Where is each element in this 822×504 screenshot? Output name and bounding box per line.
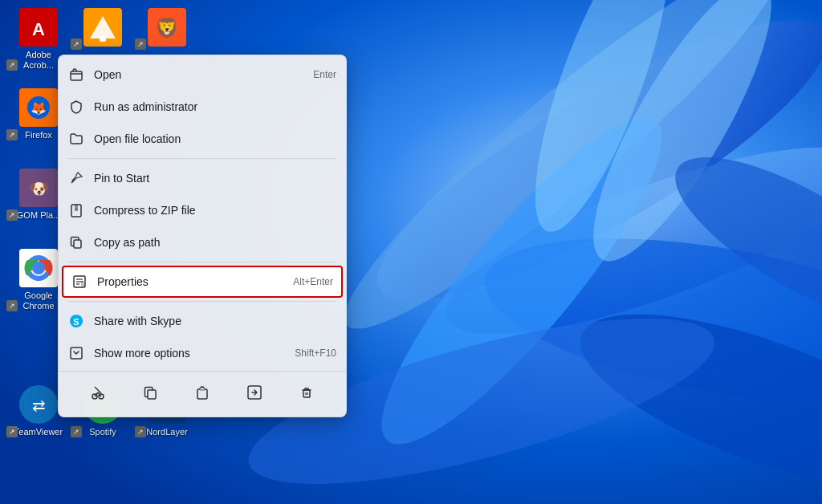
desktop-icon-brave[interactable]: 🦁 ↗ <box>135 8 199 50</box>
skype-icon: S <box>68 313 84 329</box>
vlc-icon <box>83 8 122 47</box>
zip-label: Compress to ZIP file <box>94 204 336 217</box>
run-admin-label: Run as administrator <box>94 100 336 113</box>
copy-path-label: Copy as path <box>94 236 336 249</box>
svg-rect-38 <box>75 209 78 211</box>
properties-icon <box>71 274 87 290</box>
svg-text:🦁: 🦁 <box>155 16 179 39</box>
shortcut-arrow: ↗ <box>6 59 18 71</box>
shortcut-arrow: ↗ <box>135 39 146 50</box>
adobe-icon: A <box>19 8 58 47</box>
context-menu-skype[interactable]: S Share with Skype <box>59 305 346 337</box>
properties-shortcut: Alt+Enter <box>293 276 333 287</box>
shortcut-arrow: ↗ <box>135 426 146 437</box>
shortcut-arrow: ↗ <box>6 209 18 221</box>
teamviewer-label: TeamViewer <box>14 427 63 437</box>
svg-text:A: A <box>32 19 45 39</box>
toolbar-cut-button[interactable] <box>83 378 112 407</box>
shortcut-arrow: ↗ <box>71 39 82 50</box>
context-menu-toolbar <box>59 371 346 413</box>
shield-icon <box>68 99 84 115</box>
context-menu: Open Enter Run as administrator Open fil… <box>58 55 347 417</box>
context-menu-file-location[interactable]: Open file location <box>59 123 346 155</box>
toolbar-paste-button[interactable] <box>188 378 217 407</box>
more-options-icon <box>68 345 84 361</box>
brave-icon: 🦁 <box>148 8 186 47</box>
desktop-icon-vlc[interactable]: ↗ <box>71 8 135 50</box>
context-menu-zip[interactable]: Compress to ZIP file <box>59 194 346 226</box>
chrome-icon <box>19 249 58 287</box>
file-location-label: Open file location <box>94 132 336 145</box>
firefox-icon: 🦊 <box>19 88 58 127</box>
gimp-label: GOM Pla... <box>17 210 60 221</box>
skype-label: Share with Skype <box>94 315 336 327</box>
context-menu-run-admin[interactable]: Run as administrator <box>59 91 346 123</box>
menu-divider-2 <box>68 262 336 262</box>
svg-rect-56 <box>200 388 205 390</box>
toolbar-share-button[interactable] <box>240 378 269 407</box>
open-icon <box>68 67 84 83</box>
svg-rect-55 <box>197 389 207 399</box>
shortcut-arrow: ↗ <box>6 300 18 311</box>
context-menu-copy-path[interactable]: Copy as path <box>59 226 346 258</box>
svg-text:⇄: ⇄ <box>32 396 46 414</box>
shortcut-arrow: ↗ <box>6 426 18 437</box>
shortcut-arrow: ↗ <box>6 129 18 140</box>
toolbar-copy-button[interactable] <box>136 378 165 407</box>
svg-rect-39 <box>74 240 81 248</box>
zip-icon <box>68 202 84 218</box>
chrome-label: GoogleChrome <box>22 291 54 311</box>
toolbar-delete-button[interactable] <box>292 378 321 407</box>
folder-icon <box>68 131 84 147</box>
open-shortcut: Enter <box>313 69 336 80</box>
svg-line-34 <box>71 181 74 183</box>
firefox-label: Firefox <box>25 130 52 140</box>
gimp-icon: 🐶 <box>19 169 58 207</box>
svg-text:🦊: 🦊 <box>31 100 47 116</box>
nordlayer-label: NordLayer <box>146 427 187 437</box>
adobe-label: AdobeAcrob... <box>23 50 54 71</box>
context-menu-pin-start[interactable]: Pin to Start <box>59 162 346 194</box>
pin-icon <box>68 170 84 186</box>
svg-line-53 <box>95 387 101 393</box>
spotify-label: Spotify <box>89 427 116 437</box>
more-options-shortcut: Shift+F10 <box>295 348 336 359</box>
open-label: Open <box>94 68 303 81</box>
properties-label: Properties <box>97 275 283 288</box>
context-menu-open[interactable]: Open Enter <box>59 59 346 91</box>
desktop: A ↗ AdobeAcrob... ↗ 🦁 ↗ <box>0 0 822 504</box>
svg-point-26 <box>32 262 45 274</box>
shortcut-arrow: ↗ <box>71 426 82 437</box>
teamviewer-icon: ⇄ <box>19 385 58 424</box>
svg-rect-58 <box>303 390 310 397</box>
svg-rect-33 <box>71 71 82 80</box>
menu-divider-3 <box>68 301 336 302</box>
more-options-label: Show more options <box>94 347 285 360</box>
context-menu-more-options[interactable]: Show more options Shift+F10 <box>59 337 346 369</box>
svg-rect-15 <box>100 35 106 42</box>
svg-text:S: S <box>73 317 79 327</box>
context-menu-properties[interactable]: Properties Alt+Enter <box>62 266 343 298</box>
copy-path-icon <box>68 234 84 250</box>
svg-rect-54 <box>148 390 156 399</box>
svg-rect-44 <box>81 282 84 287</box>
pin-start-label: Pin to Start <box>94 172 336 185</box>
svg-text:🐶: 🐶 <box>29 179 49 198</box>
menu-divider-1 <box>68 158 336 159</box>
